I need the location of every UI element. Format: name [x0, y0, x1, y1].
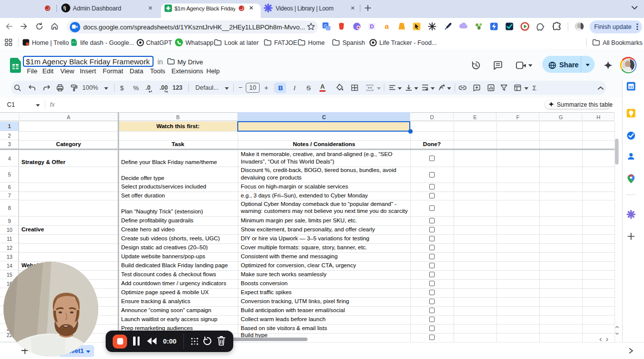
svg-text:A: A [440, 85, 443, 90]
svg-text:a: a [385, 22, 389, 30]
svg-text:31: 31 [629, 85, 633, 89]
svg-text:D: D [370, 23, 374, 29]
